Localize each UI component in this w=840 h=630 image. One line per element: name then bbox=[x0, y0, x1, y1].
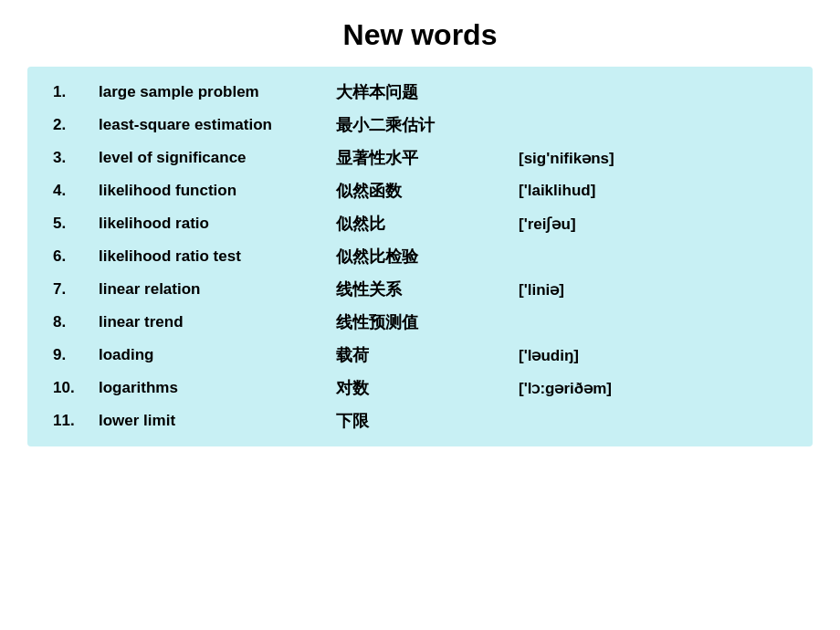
table-row: 9. loading 载荷 ['ləudiŋ] bbox=[46, 339, 794, 372]
word-phonetic bbox=[511, 240, 794, 273]
word-english: loading bbox=[91, 339, 329, 372]
word-english: likelihood ratio test bbox=[91, 240, 329, 273]
word-number: 4. bbox=[46, 174, 91, 207]
word-phonetic: ['liniə] bbox=[511, 273, 794, 306]
word-english: likelihood function bbox=[91, 174, 329, 207]
word-phonetic bbox=[511, 404, 794, 437]
word-number: 8. bbox=[46, 306, 91, 339]
word-chinese: 似然比检验 bbox=[329, 240, 511, 273]
word-english: lower limit bbox=[91, 404, 329, 437]
word-chinese: 线性预测值 bbox=[329, 306, 511, 339]
word-number: 1. bbox=[46, 76, 91, 109]
word-phonetic: ['reiʃəu] bbox=[511, 207, 794, 240]
word-phonetic bbox=[511, 306, 794, 339]
word-chinese: 似然函数 bbox=[329, 174, 511, 207]
word-number: 9. bbox=[46, 339, 91, 372]
word-english: large sample problem bbox=[91, 76, 329, 109]
word-phonetic: ['ləudiŋ] bbox=[511, 339, 794, 372]
word-chinese: 下限 bbox=[329, 404, 511, 437]
word-phonetic bbox=[511, 109, 794, 142]
word-number: 10. bbox=[46, 372, 91, 404]
word-chinese: 大样本问题 bbox=[329, 76, 511, 109]
table-row: 1. large sample problem 大样本问题 bbox=[46, 76, 794, 109]
word-chinese: 最小二乘估计 bbox=[329, 109, 511, 142]
table-row: 8. linear trend 线性预测值 bbox=[46, 306, 794, 339]
word-number: 6. bbox=[46, 240, 91, 273]
word-chinese: 对数 bbox=[329, 372, 511, 404]
word-english: linear relation bbox=[91, 273, 329, 306]
word-chinese: 显著性水平 bbox=[329, 142, 511, 174]
word-number: 3. bbox=[46, 142, 91, 174]
words-table-container: 1. large sample problem 大样本问题 2. least-s… bbox=[27, 67, 813, 446]
word-english: least-square estimation bbox=[91, 109, 329, 142]
table-row: 2. least-square estimation 最小二乘估计 bbox=[46, 109, 794, 142]
word-number: 11. bbox=[46, 404, 91, 437]
table-row: 5. likelihood ratio 似然比 ['reiʃəu] bbox=[46, 207, 794, 240]
table-row: 10. logarithms 对数 ['lɔ:gəriðəm] bbox=[46, 372, 794, 404]
table-row: 3. level of significance 显著性水平 [sig'nifi… bbox=[46, 142, 794, 174]
word-english: likelihood ratio bbox=[91, 207, 329, 240]
word-number: 2. bbox=[46, 109, 91, 142]
words-table: 1. large sample problem 大样本问题 2. least-s… bbox=[46, 76, 794, 437]
word-chinese: 载荷 bbox=[329, 339, 511, 372]
word-phonetic: ['laiklihud] bbox=[511, 174, 794, 207]
word-phonetic bbox=[511, 76, 794, 109]
word-phonetic: ['lɔ:gəriðəm] bbox=[511, 372, 794, 404]
word-phonetic: [sig'nifikəns] bbox=[511, 142, 794, 174]
table-row: 11. lower limit 下限 bbox=[46, 404, 794, 437]
word-number: 5. bbox=[46, 207, 91, 240]
word-number: 7. bbox=[46, 273, 91, 306]
word-english: logarithms bbox=[91, 372, 329, 404]
word-english: linear trend bbox=[91, 306, 329, 339]
word-chinese: 线性关系 bbox=[329, 273, 511, 306]
table-row: 6. likelihood ratio test 似然比检验 bbox=[46, 240, 794, 273]
word-chinese: 似然比 bbox=[329, 207, 511, 240]
page-title: New words bbox=[343, 18, 498, 52]
table-row: 4. likelihood function 似然函数 ['laiklihud] bbox=[46, 174, 794, 207]
word-english: level of significance bbox=[91, 142, 329, 174]
table-row: 7. linear relation 线性关系 ['liniə] bbox=[46, 273, 794, 306]
